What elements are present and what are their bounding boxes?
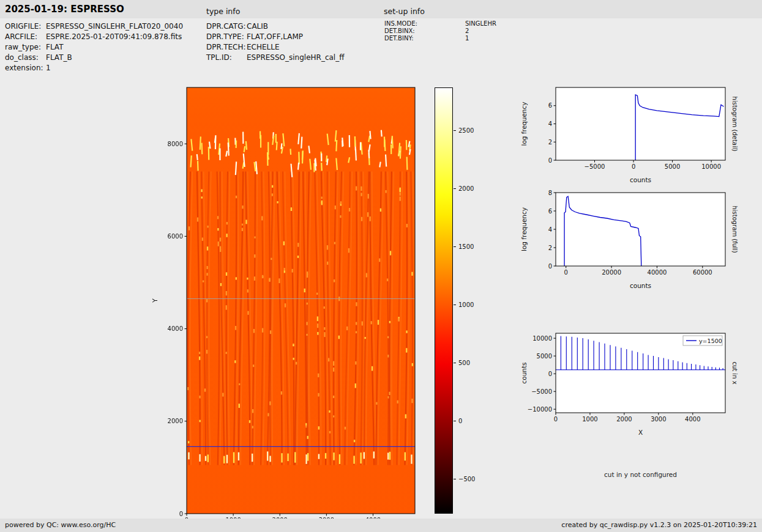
colorbar-tick-label: 0 <box>458 418 462 424</box>
x-tick-label: 5000 <box>665 163 680 170</box>
x-tick-label: 10000 <box>701 163 721 170</box>
colorbar-tick-label: −500 <box>458 476 475 482</box>
right-axis-label: cut in x <box>731 361 738 384</box>
y-tick-label: 10000 <box>532 335 552 342</box>
x-tick-label: −5000 <box>585 163 605 170</box>
x-tick-label: 2000 <box>616 416 632 423</box>
y-tick-label: 6 <box>548 102 552 109</box>
y-tick-label: 8000 <box>168 141 183 147</box>
y-axis-label: Y <box>151 298 159 303</box>
colorbar-tick-mark <box>454 421 456 421</box>
axes-background <box>556 87 725 160</box>
x-tick-label: 1000 <box>582 416 597 423</box>
x-axis-label: X <box>638 429 643 436</box>
y-tick-label: 0 <box>548 371 552 377</box>
colorbar-tick-label: 2000 <box>458 185 474 192</box>
y-tick-label: 6 <box>548 208 552 215</box>
page-title: 2025-01-19: ESPRESSO <box>5 4 124 15</box>
y-axis-label: counts <box>520 362 528 383</box>
x-axis-label: counts <box>630 282 651 289</box>
colorbar-tick-mark <box>454 479 456 479</box>
x-tick-label: 0 <box>554 416 558 423</box>
setup-info-heading: set-up info <box>384 7 425 16</box>
colorbar-tick-label: 1500 <box>458 243 474 250</box>
colorbar-tick-mark <box>454 188 456 189</box>
x-tick-label: 40000 <box>648 269 667 276</box>
x-tick-label: 4000 <box>685 416 700 423</box>
y-tick-label: −10000 <box>528 406 552 413</box>
colorbar-tick-mark <box>454 130 456 131</box>
legend-label: y=1500 <box>699 338 722 344</box>
x-tick-label: 0 <box>564 269 568 276</box>
colorbar-tick-label: 1000 <box>458 301 474 308</box>
colorbar-tick-mark <box>454 363 456 363</box>
histogram-full-plot: 020000400006000002468countslog frequency… <box>519 184 749 293</box>
x-tick-label: 0 <box>632 163 635 170</box>
y-tick-label: 8 <box>548 190 552 196</box>
axes-background <box>556 193 725 266</box>
x-tick-label: 60000 <box>693 269 712 276</box>
y-tick-label: −5000 <box>531 388 552 395</box>
y-tick-label: 6000 <box>168 233 183 240</box>
y-tick-label: 0 <box>179 511 183 517</box>
axes-frame <box>187 87 415 514</box>
colorbar: −50005001000150020002500 <box>435 87 484 514</box>
qc-report-page: { "header": { "title": "2025-01-19: ESPR… <box>0 0 762 532</box>
cut-in-y-message: cut in y not configured <box>556 471 725 478</box>
colorbar-tick-mark <box>454 246 456 247</box>
x-tick-label: 20000 <box>602 269 621 276</box>
x-tick-label: 3000 <box>651 416 666 423</box>
y-tick-label: 4000 <box>168 325 183 332</box>
y-tick-label: 4 <box>548 226 552 233</box>
cut-in-x-plot: 01000200030004000−10000−50000500010000Xc… <box>519 325 749 440</box>
colorbar-tick-label: 500 <box>458 360 470 366</box>
y-tick-label: 0 <box>548 157 552 164</box>
y-tick-label: 2 <box>548 245 552 251</box>
right-axis-label: histogram (full) <box>731 205 738 253</box>
raw-image-axes: 0100020003000400002000400060008000XY <box>150 79 438 532</box>
footer-left: powered by QC: www.eso.org/HC <box>5 521 116 529</box>
y-tick-label: 2000 <box>168 418 183 424</box>
footer-right: created by qc_rawdisp.py v1.2.3 on 2025-… <box>561 521 757 529</box>
y-axis-label: log frequency <box>520 102 528 146</box>
histogram-detail-plot: −500005000100000246countslog frequencyhi… <box>519 79 749 187</box>
y-tick-label: 2 <box>548 139 552 146</box>
footer-bar: powered by QC: www.eso.org/HC created by… <box>0 519 762 532</box>
y-axis-label: log frequency <box>520 207 528 251</box>
header-bar: 2025-01-19: ESPRESSO type info set-up in… <box>0 0 762 18</box>
y-tick-label: 5000 <box>537 353 552 360</box>
x-axis-label: counts <box>630 176 651 183</box>
figure-area: −50005001000150020002500 010002000300040… <box>0 18 762 519</box>
y-tick-label: 4 <box>548 120 552 127</box>
type-info-heading: type info <box>206 7 240 16</box>
colorbar-tick-mark <box>454 305 456 305</box>
y-tick-label: 0 <box>548 263 552 270</box>
right-axis-label: histogram (detail) <box>731 97 738 152</box>
colorbar-tick-label: 2500 <box>458 127 474 134</box>
